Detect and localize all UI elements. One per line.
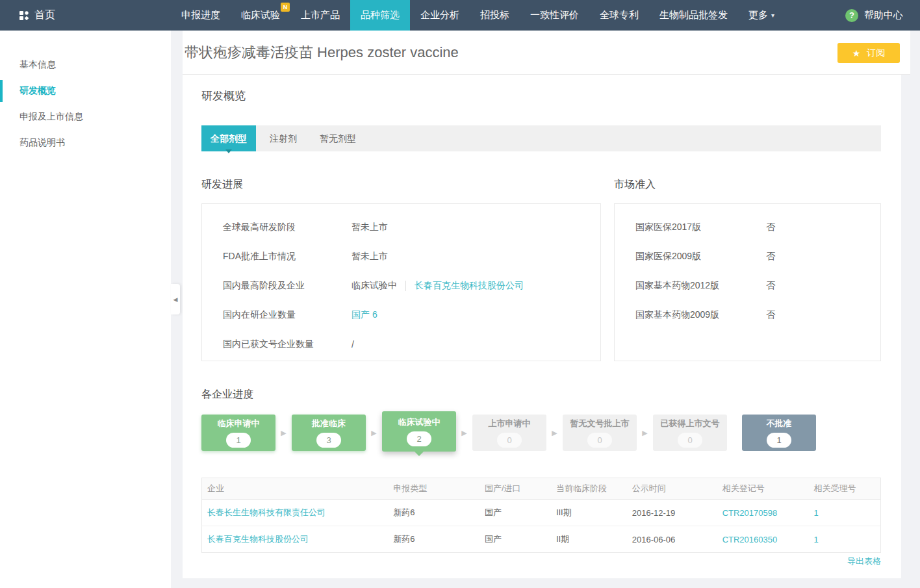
row-value: 临床试验中 [351, 280, 397, 292]
col-registration-no: 相关登记号 [717, 478, 809, 500]
panel-row: 国家医保2009版 否 [615, 242, 880, 271]
cell-clinical-phase: II期 [551, 526, 627, 553]
row-label: 国家基本药物2009版 [635, 309, 766, 321]
row-value: 否 [766, 251, 775, 262]
stage-count: 0 [587, 433, 612, 448]
nav-item-marketed-products[interactable]: 上市产品 [290, 0, 350, 31]
row-value: 否 [766, 280, 775, 292]
help-center[interactable]: ? 帮助中心 [845, 0, 920, 31]
apps-grid-icon [19, 11, 29, 20]
stage-label: 临床试验中 [398, 416, 441, 428]
sidebar-collapse-handle[interactable]: ◀ [171, 284, 180, 314]
cell-filing-type: 新药6 [388, 500, 479, 526]
tab-injection[interactable]: 注射剂 [256, 125, 311, 151]
registration-no-link[interactable]: CTR20160350 [722, 535, 778, 544]
nav-item-label: 临床试验 [241, 9, 280, 21]
chevron-down-icon: ▾ [771, 12, 774, 19]
nav-item-global-patents[interactable]: 全球专利 [589, 0, 649, 31]
sidebar-item-basic-info[interactable]: 基本信息 [0, 52, 171, 78]
arrow-right-icon: ▶ [275, 415, 292, 451]
table-header-row: 企业 申报类型 国产/进口 当前临床阶段 公示时间 相关登记号 相关受理号 [202, 478, 881, 500]
col-acceptance-no: 相关受理号 [809, 478, 881, 500]
sidebar-item-drug-label[interactable]: 药品说明书 [0, 130, 171, 156]
acceptance-no-link[interactable]: 1 [814, 508, 819, 518]
dosage-form-tabbar: 全部剂型 注射剂 暂无剂型 [201, 125, 881, 151]
company-link[interactable]: 长春百克生物科技股份公司 [207, 534, 309, 544]
star-icon: ★ [852, 49, 861, 58]
nav-home[interactable]: 首页 [0, 0, 55, 31]
nav-item-biologics-lot-release[interactable]: 生物制品批签发 [649, 0, 738, 31]
cell-clinical-phase: III期 [551, 500, 627, 526]
panel-row: 国家基本药物2009版 否 [615, 300, 880, 329]
domestic-count-link[interactable]: 国产 6 [351, 309, 377, 321]
flow-spacer [727, 415, 742, 451]
nav-item-company-analysis[interactable]: 企业分析 [410, 0, 470, 31]
company-link[interactable]: 长春长生生物科技有限责任公司 [207, 507, 326, 517]
stage-count: 1 [226, 433, 251, 448]
acceptance-no-link[interactable]: 1 [814, 535, 819, 544]
row-value: / [351, 339, 354, 350]
tab-all-dosage-forms[interactable]: 全部剂型 [201, 125, 256, 151]
registration-no-link[interactable]: CTR20170598 [722, 508, 778, 518]
row-label: 国家基本药物2012版 [635, 280, 766, 292]
panel-row: FDA批准上市情况 暂未上市 [202, 242, 600, 271]
stage-license-obtained[interactable]: 已获得上市文号 0 [653, 415, 727, 451]
row-value: 暂未上市 [351, 251, 388, 262]
row-label: FDA批准上市情况 [223, 251, 351, 262]
stage-count: 0 [497, 433, 522, 448]
nav-item-more[interactable]: 更多 ▾ [738, 0, 785, 31]
stage-approved-no-license[interactable]: 暂无文号批上市 0 [563, 415, 637, 451]
question-mark-icon: ? [845, 9, 858, 22]
panel-row: 国家医保2017版 否 [615, 212, 880, 242]
market-access-panel: 国家医保2017版 否 国家医保2009版 否 国家基本药物2012版 否 国家… [614, 203, 881, 361]
stage-label: 已获得上市文号 [661, 418, 720, 429]
arrow-right-icon: ▶ [366, 415, 382, 451]
stage-label: 暂无文号批上市 [570, 418, 630, 429]
panel-row: 国家基本药物2012版 否 [615, 271, 880, 300]
table-row: 长春长生生物科技有限责任公司 新药6 国产 III期 2016-12-19 CT… [202, 500, 881, 526]
subscribe-button[interactable]: ★ 订阅 [837, 43, 900, 63]
row-label: 国内在研企业数量 [223, 309, 351, 321]
stage-label: 上市申请中 [489, 418, 531, 429]
nav-item-clinical-trials[interactable]: 临床试验 N [231, 0, 290, 31]
tab-no-dosage-form[interactable]: 暂无剂型 [311, 125, 365, 151]
new-badge: N [281, 3, 290, 12]
nav-item-variety-screening[interactable]: 品种筛选 [350, 0, 410, 31]
row-label: 全球最高研发阶段 [223, 222, 351, 233]
nav-home-label: 首页 [34, 8, 55, 22]
stage-in-clinical-trial[interactable]: 临床试验中 2 [382, 411, 456, 452]
nav-item-bidding[interactable]: 招投标 [470, 0, 520, 31]
panel-title-market-access: 市场准入 [614, 178, 656, 192]
stage-clinical-application[interactable]: 临床申请中 1 [201, 415, 275, 451]
chevron-left-icon: ◀ [173, 296, 178, 303]
stage-marketing-application[interactable]: 上市申请中 0 [472, 415, 546, 451]
section-title-company-progress: 各企业进度 [201, 388, 253, 402]
nav-item-label: 更多 [748, 9, 768, 21]
col-company: 企业 [202, 478, 389, 500]
row-label: 国内最高阶段及企业 [223, 280, 351, 292]
stage-count: 0 [678, 433, 702, 448]
stage-clinical-approved[interactable]: 批准临床 3 [292, 415, 366, 451]
rnd-progress-panel: 全球最高研发阶段 暂未上市 FDA批准上市情况 暂未上市 国内最高阶段及企业 临… [201, 203, 601, 361]
export-table-link[interactable]: 导出表格 [847, 556, 881, 567]
row-value: 否 [766, 309, 775, 321]
stage-count: 3 [316, 433, 341, 448]
arrow-right-icon: ▶ [456, 415, 472, 451]
nav-item-consistency-evaluation[interactable]: 一致性评价 [520, 0, 589, 31]
left-sidebar: 基本信息 研发概览 申报及上市信息 药品说明书 [0, 31, 171, 588]
subscribe-label: 订阅 [867, 47, 885, 59]
company-link[interactable]: 长春百克生物科技股份公司 [415, 280, 524, 292]
cell-publish-date: 2016-06-06 [627, 526, 717, 553]
cell-filing-type: 新药6 [388, 526, 479, 553]
sidebar-item-filing-market-info[interactable]: 申报及上市信息 [0, 104, 171, 130]
panel-row: 国内最高阶段及企业 临床试验中 长春百克生物科技股份公司 [202, 271, 600, 300]
page-title: 带状疱疹减毒活疫苗 Herpes zoster vaccine [185, 43, 459, 62]
col-clinical-phase: 当前临床阶段 [551, 478, 627, 500]
stage-not-approved[interactable]: 不批准 1 [742, 415, 816, 451]
stage-label: 不批准 [767, 418, 792, 429]
stage-count: 1 [767, 433, 791, 448]
row-value: 否 [766, 222, 775, 233]
sidebar-item-rd-overview[interactable]: 研发概览 [0, 78, 171, 104]
nav-item-filing-progress[interactable]: 申报进度 [171, 0, 231, 31]
col-origin: 国产/进口 [479, 478, 551, 500]
